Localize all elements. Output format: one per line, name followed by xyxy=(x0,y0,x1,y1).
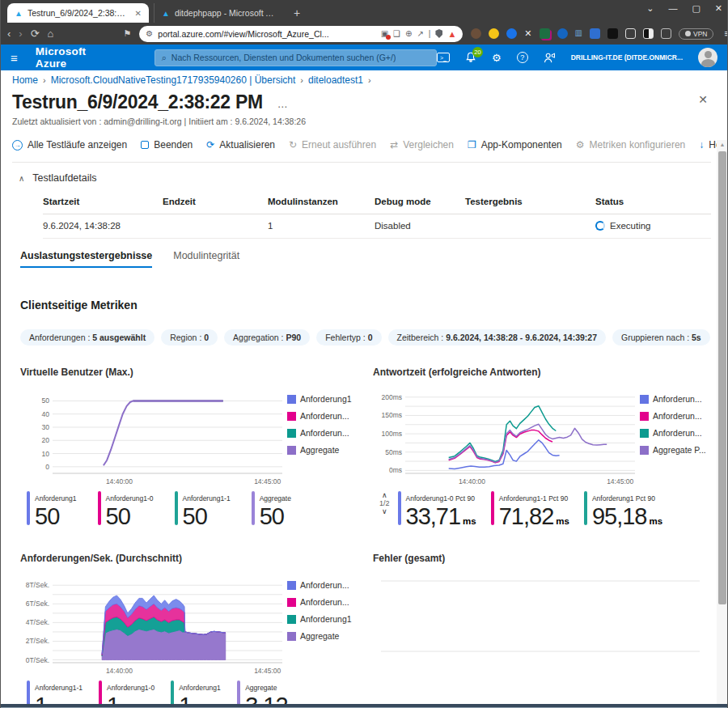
breadcrumb: Home › Microsoft.CloudNativeTesting17179… xyxy=(12,70,711,86)
extension-icon[interactable] xyxy=(625,28,636,39)
bookmark-icon[interactable]: ⚑ xyxy=(123,28,131,39)
chart-requests-per-sec: Anforderungen/Sek. (Durchschnitt) 0T/Sek… xyxy=(20,553,362,708)
filter-pills: Anforderungen : 5 ausgewählt Region : 0 … xyxy=(20,329,711,346)
filter-region[interactable]: Region : 0 xyxy=(161,329,218,346)
tab-modulintegritaet[interactable]: Modulintegrität xyxy=(173,250,239,268)
extension-icon[interactable] xyxy=(471,28,481,39)
refresh-button[interactable]: ⟳ Aktualisieren xyxy=(206,139,275,151)
details-table: Startzeit Endzeit Modulinstanzen Debug m… xyxy=(43,197,711,239)
portal-search-input[interactable]: ⌕ Nach Ressourcen, Diensten und Dokument… xyxy=(154,49,437,66)
breadcrumb-test[interactable]: diteloadtest1 xyxy=(308,74,363,86)
home-icon[interactable]: ⌂ xyxy=(48,28,54,40)
stop-button[interactable]: Beenden xyxy=(141,139,193,151)
vpn-button[interactable]: VPN xyxy=(679,28,713,40)
screen-share-icon[interactable]: ❑ xyxy=(393,29,400,38)
reload-icon[interactable]: ⟳ xyxy=(31,28,40,40)
pager-down-icon[interactable]: ∨ xyxy=(382,507,387,515)
legend-item[interactable]: Anforderun... xyxy=(640,411,714,421)
window-dropdown-icon[interactable]: ⌄ xyxy=(646,3,654,14)
forward-icon[interactable]: › xyxy=(19,28,22,40)
pager-up-icon[interactable]: ∧ xyxy=(382,491,387,499)
filter-gruppieren[interactable]: Gruppieren nach : 5s xyxy=(612,329,710,346)
new-tab-button[interactable]: + xyxy=(294,6,300,19)
browser-tab-inactive[interactable]: ▲ ditdephpapp - Microsoft Azure xyxy=(154,3,286,23)
filter-anforderungen[interactable]: Anforderungen : 5 ausgewählt xyxy=(20,329,154,346)
extensions-row: ✕ ▥ VPN ≡ xyxy=(471,28,728,40)
legend-item[interactable]: Anforderun... xyxy=(640,428,714,438)
notifications-icon[interactable]: 20 xyxy=(465,52,476,63)
svg-text:14:40:00: 14:40:00 xyxy=(106,667,133,675)
shield-icon[interactable] xyxy=(435,29,442,38)
window-minimize-button[interactable]: — xyxy=(668,3,677,14)
browser-tab-active[interactable]: ▲ Testrun_6/9/2024_2:38:22 PM - ✕ xyxy=(7,3,149,23)
filter-fehlertyp[interactable]: Fehlertyp : 0 xyxy=(316,329,381,346)
tab-close-icon[interactable]: ✕ xyxy=(135,9,142,18)
filter-aggregation[interactable]: Aggregation : P90 xyxy=(224,329,310,346)
chart-title: Fehler (gesamt) xyxy=(373,553,711,564)
rewards-triangle-icon[interactable]: ▲ xyxy=(447,29,456,39)
cloud-shell-icon[interactable]: >_ xyxy=(437,53,450,62)
avatar[interactable] xyxy=(698,48,717,67)
browser-menu-icon[interactable]: ≡ xyxy=(724,28,728,40)
scrollbar-thumb[interactable] xyxy=(718,151,726,604)
url-text[interactable]: portal.azure.com/#view/Microsoft_Azure_C… xyxy=(158,29,375,39)
svg-text:150ms: 150ms xyxy=(381,411,402,419)
window-close-button[interactable]: ✕ xyxy=(715,3,722,14)
title-more-icon[interactable]: … xyxy=(277,98,288,110)
clientside-metrics-heading: Clientseitige Metriken xyxy=(20,299,711,312)
extension-icon[interactable] xyxy=(489,28,499,39)
zoom-in-icon[interactable]: ⊕ xyxy=(405,29,412,38)
site-settings-icon[interactable]: ⚙ xyxy=(146,29,153,38)
extension-icon[interactable] xyxy=(540,28,550,39)
blade-close-icon[interactable]: ✕ xyxy=(695,93,711,106)
svg-text:14:40:00: 14:40:00 xyxy=(459,477,485,485)
lock-extension-icon[interactable] xyxy=(607,28,618,39)
settings-gear-icon[interactable]: ⚙ xyxy=(492,52,502,64)
back-icon[interactable]: ‹ xyxy=(7,28,11,40)
legend-item[interactable]: Aggregate xyxy=(287,445,362,455)
breadcrumb-resource[interactable]: Microsoft.CloudNativeTesting171793594026… xyxy=(51,74,296,86)
extension-icon[interactable] xyxy=(506,28,517,39)
wallet-icon[interactable]: ▣ xyxy=(381,29,388,38)
feedback-icon[interactable] xyxy=(544,53,556,63)
browser-window: ▲ Testrun_6/9/2024_2:38:22 PM - ✕ ▲ ditd… xyxy=(0,0,728,708)
extension-icon[interactable] xyxy=(557,28,568,39)
portal-menu-icon[interactable]: ≡ xyxy=(11,51,18,65)
scrollbar-up-icon[interactable]: ▲ xyxy=(720,142,726,147)
refresh-icon: ⟳ xyxy=(206,139,214,151)
stop-icon xyxy=(141,141,149,149)
chart-legend: Anforderung1 Anforderun... Anforderun...… xyxy=(287,388,362,455)
svg-text:10: 10 xyxy=(42,450,50,458)
page-title: Testrun_6/9/2024_2:38:22 PM xyxy=(12,91,263,113)
legend-item[interactable]: Anforderun... xyxy=(640,394,714,404)
legend-item[interactable]: Anforderun... xyxy=(287,411,362,421)
legend-item[interactable]: Anforderung1 xyxy=(287,394,362,404)
extension-icon[interactable] xyxy=(661,28,671,39)
tab-auslastungstestergebnisse[interactable]: Auslastungstestergebnisse xyxy=(20,250,152,268)
extension-icon[interactable] xyxy=(590,28,600,39)
app-components-button[interactable]: ❐ App-Komponenten xyxy=(468,139,562,151)
legend-item[interactable]: Anforderun... xyxy=(287,597,362,607)
address-bar[interactable]: ⚙ portal.azure.com/#view/Microsoft_Azure… xyxy=(139,26,463,42)
filter-zeitbereich[interactable]: Zeitbereich : 9.6.2024, 14:38:28 - 9.6.2… xyxy=(388,329,607,346)
testrun-details-toggle[interactable]: ∧ Testlaufdetails xyxy=(19,172,711,184)
legend-item[interactable]: Anforderung1 xyxy=(287,614,362,624)
portal-brand[interactable]: Microsoft Azure xyxy=(36,45,116,70)
legend-item[interactable]: Anforderun... xyxy=(287,580,362,590)
legend-item[interactable]: Anforderun... xyxy=(287,428,362,438)
show-all-testruns-button[interactable]: → Alle Testläufe anzeigen xyxy=(12,139,127,151)
extension-icon[interactable]: ▥ xyxy=(575,28,582,39)
svg-text:4T/Sek.: 4T/Sek. xyxy=(26,619,49,627)
extension-icon[interactable] xyxy=(643,28,654,39)
help-icon[interactable]: ? xyxy=(517,52,528,63)
breadcrumb-home[interactable]: Home xyxy=(12,74,38,86)
legend-item[interactable]: Aggregate P... xyxy=(640,445,714,455)
chart-title: Antwortzeit (erfolgreiche Antworten) xyxy=(373,367,714,378)
directory-name[interactable]: DRILLING-IT.DE (DITDE.ONMICR... xyxy=(571,53,683,61)
share-icon[interactable]: ↗ xyxy=(417,29,423,38)
svg-text:14:40:00: 14:40:00 xyxy=(106,477,133,485)
compare-icon: ⇄ xyxy=(390,139,398,151)
legend-item[interactable]: Aggregate xyxy=(287,631,362,641)
window-maximize-button[interactable]: ▢ xyxy=(692,3,700,14)
extension-icon[interactable]: ✕ xyxy=(524,28,531,39)
